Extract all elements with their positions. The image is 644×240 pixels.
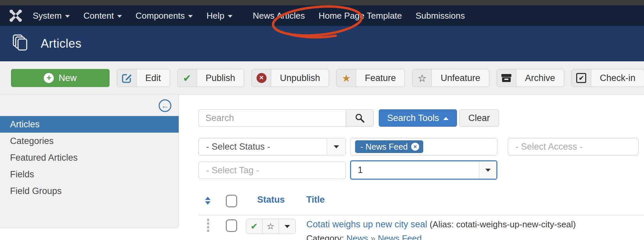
- unfeature-button[interactable]: ☆ Unfeature: [412, 69, 489, 87]
- row-category-line: Category: News » News Feed: [306, 233, 422, 240]
- row-title-line: Cotati weighs up new city seal (Alias: c…: [306, 219, 576, 230]
- row-status-group: ✔ ☆: [246, 219, 296, 234]
- row-drag-handle[interactable]: [207, 219, 209, 232]
- tag-filter-select[interactable]: - Select Tag -: [198, 162, 346, 179]
- category-chip-label: - News Feed: [360, 142, 408, 152]
- menu-content[interactable]: Content: [84, 11, 122, 21]
- edit-button[interactable]: Edit: [117, 69, 170, 87]
- main-content: Search Tools Clear - Select Status - - N…: [179, 95, 644, 240]
- feature-button[interactable]: ★ Feature: [336, 69, 405, 87]
- levels-filter-select[interactable]: 1: [350, 160, 497, 180]
- archive-button[interactable]: Archive: [497, 69, 564, 87]
- menu-home-page-template[interactable]: Home Page Template: [319, 11, 402, 21]
- clear-button[interactable]: Clear: [459, 109, 499, 127]
- feature-button-label: Feature: [356, 69, 405, 87]
- menu-system-label: System: [33, 11, 62, 21]
- menu-news-articles-label: News Articles: [253, 11, 305, 21]
- new-button[interactable]: + New: [11, 69, 110, 87]
- unpublish-button-label: Unpublish: [271, 69, 329, 87]
- window-top-strip: [0, 0, 644, 5]
- page-header: Articles: [0, 26, 644, 61]
- sidebar-item-fields[interactable]: Fields: [0, 166, 179, 183]
- row-status-dropdown[interactable]: [279, 219, 295, 234]
- search-tools-button[interactable]: Search Tools: [379, 109, 457, 127]
- edit-button-label: Edit: [137, 69, 170, 87]
- row-published-icon[interactable]: ✔: [246, 219, 263, 234]
- row-feature-star-icon[interactable]: ☆: [263, 219, 279, 234]
- menu-submissions-label: Submissions: [416, 11, 465, 21]
- menu-news-articles[interactable]: News Articles: [253, 11, 305, 21]
- subcategory-link[interactable]: News Feed: [378, 233, 422, 240]
- unpublish-button[interactable]: ✕ Unpublish: [252, 69, 329, 87]
- category-chip: - News Feed ✕: [355, 140, 423, 153]
- select-all-checkbox[interactable]: [226, 195, 237, 207]
- articles-stack-icon: [12, 34, 28, 53]
- status-filter-value: - Select Status -: [199, 142, 327, 152]
- menu-content-label: Content: [84, 11, 114, 21]
- menu-help[interactable]: Help: [206, 11, 232, 21]
- table-divider: [198, 215, 644, 215]
- publish-button[interactable]: ✔ Publish: [177, 69, 245, 87]
- menu-components[interactable]: Components: [136, 11, 193, 21]
- ordering-sort-icon[interactable]: [205, 197, 210, 205]
- archive-box-icon: [497, 69, 516, 87]
- arrow-left-icon: ←: [161, 101, 169, 110]
- row-checkbox[interactable]: [226, 219, 237, 232]
- check-in-button-label: Check-in: [591, 69, 644, 87]
- check-icon: ✔: [178, 69, 197, 87]
- tag-filter-value: - Select Tag -: [199, 165, 345, 176]
- star-filled-icon: ★: [337, 69, 356, 87]
- app-window: System Content Components Help News Arti…: [0, 0, 644, 240]
- article-title-link[interactable]: Cotati weighs up new city seal: [306, 219, 427, 229]
- check-in-button[interactable]: ✔ Check-in: [572, 69, 644, 87]
- admin-menubar: System Content Components Help News Arti…: [0, 5, 644, 26]
- checked-box-icon: ✔: [572, 69, 591, 87]
- column-header-status[interactable]: Status: [257, 195, 285, 205]
- joomla-logo-icon: [9, 9, 23, 23]
- chevron-down-icon: [285, 225, 290, 228]
- chevron-down-icon: [65, 15, 70, 18]
- clear-button-label: Clear: [468, 113, 490, 123]
- category-separator: »: [370, 233, 375, 240]
- chevron-down-icon: [188, 15, 193, 18]
- category-link[interactable]: News: [346, 233, 368, 240]
- category-filter-box[interactable]: - News Feed ✕: [350, 138, 497, 155]
- x-circle-icon: ✕: [252, 69, 271, 87]
- levels-filter-caret[interactable]: [479, 161, 496, 179]
- remove-chip-icon[interactable]: ✕: [411, 143, 419, 151]
- sidebar: ← Articles Categories Featured Articles …: [0, 95, 179, 228]
- access-filter-value: - Select Access -: [508, 142, 638, 152]
- sidebar-item-field-groups[interactable]: Field Groups: [0, 183, 179, 199]
- column-header-title[interactable]: Title: [306, 195, 325, 205]
- levels-filter-value: 1: [351, 165, 479, 175]
- search-icon: [355, 113, 365, 123]
- edit-pencil-icon: [117, 69, 137, 87]
- unfeature-button-label: Unfeature: [432, 69, 489, 87]
- sidebar-item-categories[interactable]: Categories: [0, 133, 179, 149]
- status-filter-select[interactable]: - Select Status -: [198, 138, 346, 155]
- sidebar-item-articles[interactable]: Articles: [0, 116, 179, 133]
- sidebar-item-featured-articles[interactable]: Featured Articles: [0, 149, 179, 166]
- access-filter-select[interactable]: - Select Access -: [508, 138, 639, 155]
- chevron-down-icon: [228, 15, 232, 18]
- menu-system[interactable]: System: [33, 11, 70, 21]
- archive-button-label: Archive: [516, 69, 564, 87]
- new-button-label: New: [58, 73, 76, 83]
- chevron-down-icon: [334, 145, 339, 148]
- search-submit-button[interactable]: [346, 109, 374, 127]
- menu-home-page-template-label: Home Page Template: [319, 11, 402, 21]
- menu-submissions[interactable]: Submissions: [416, 11, 465, 21]
- status-filter-caret[interactable]: [327, 138, 345, 155]
- chevron-down-icon: [117, 15, 122, 18]
- publish-button-label: Publish: [197, 69, 244, 87]
- star-outline-icon: ☆: [413, 69, 432, 87]
- sidebar-menu: Articles Categories Featured Articles Fi…: [0, 116, 179, 199]
- search-tools-label: Search Tools: [387, 113, 439, 123]
- toolbar: + New Edit ✔ Publish ✕ U: [0, 61, 644, 95]
- search-input[interactable]: [198, 109, 346, 127]
- chevron-up-icon: [443, 117, 449, 120]
- category-prefix: Category:: [306, 233, 344, 240]
- collapse-sidebar-button[interactable]: ←: [159, 99, 171, 112]
- menu-components-label: Components: [136, 11, 185, 21]
- article-alias-text: (Alias: cotati-weighs-up-new-city-seal): [430, 219, 576, 229]
